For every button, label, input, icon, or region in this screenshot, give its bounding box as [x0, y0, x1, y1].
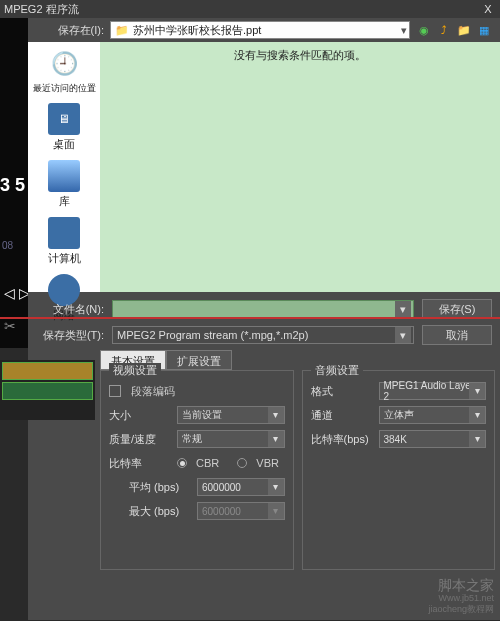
- titlebar: MPEG2 程序流 X: [0, 0, 500, 18]
- avg-bitrate-field[interactable]: 6000000▾: [197, 478, 285, 496]
- recent-icon: 🕘: [48, 48, 80, 80]
- timeline-tracks: [0, 360, 95, 420]
- max-bitrate-label: 最大 (bps): [129, 504, 191, 519]
- video-settings-group: 视频设置 段落编码 大小 当前设置▾ 质量/速度 常规▾ 比特率 CBR VBR…: [100, 370, 294, 570]
- avg-bitrate-label: 平均 (bps): [129, 480, 191, 495]
- filename-input[interactable]: ▾: [112, 300, 414, 318]
- back-icon[interactable]: ◉: [416, 22, 432, 38]
- max-bitrate-field: 6000000▾: [197, 502, 285, 520]
- dialog-toolbar: ◉ ⤴ 📁 ▦: [416, 22, 492, 38]
- quality-label: 质量/速度: [109, 432, 171, 447]
- place-library[interactable]: 库: [48, 160, 80, 209]
- audio-track[interactable]: [2, 382, 93, 400]
- bitrate-label: 比特率: [109, 456, 171, 471]
- cancel-button[interactable]: 取消: [422, 325, 492, 345]
- save-dialog: 保存在(I): 📁 苏州中学张昕校长报告.ppt ▾ ◉ ⤴ 📁 ▦ 🕘 最近访…: [28, 18, 500, 352]
- video-group-title: 视频设置: [109, 363, 161, 378]
- library-icon: [48, 160, 80, 192]
- place-computer[interactable]: 计算机: [48, 217, 81, 266]
- nav-arrows-icon[interactable]: ◁ ▷: [4, 285, 30, 301]
- save-in-label: 保存在(I):: [36, 23, 104, 38]
- view-icon[interactable]: ▦: [476, 22, 492, 38]
- file-list-area: 没有与搜索条件匹配的项。: [100, 42, 500, 292]
- timeline-time: 08: [2, 240, 13, 251]
- place-recent[interactable]: 🕘 最近访问的位置: [33, 48, 96, 95]
- vbr-radio[interactable]: [237, 458, 247, 468]
- save-path-dropdown[interactable]: 📁 苏州中学张昕校长报告.ppt ▾: [110, 21, 410, 39]
- segment-encode-checkbox[interactable]: [109, 385, 121, 397]
- chevron-down-icon[interactable]: ▾: [395, 301, 411, 317]
- timeline-number: 3 5: [0, 175, 25, 196]
- scissors-icon[interactable]: ✂: [4, 318, 16, 334]
- size-label: 大小: [109, 408, 171, 423]
- filetype-dropdown[interactable]: MPEG2 Program stream (*.mpg,*.m2p) ▾: [112, 326, 414, 344]
- chevron-down-icon: ▾: [401, 24, 407, 37]
- place-desktop[interactable]: 🖥 桌面: [48, 103, 80, 152]
- chevron-down-icon[interactable]: ▾: [395, 327, 411, 343]
- audio-group-title: 音频设置: [311, 363, 363, 378]
- segment-encode-label: 段落编码: [131, 384, 175, 399]
- new-folder-icon[interactable]: 📁: [456, 22, 472, 38]
- highlight-line: [0, 317, 500, 319]
- folder-icon: 📁: [115, 24, 129, 37]
- watermark: 脚本之家 Www.jb51.net jiaocheng教程网: [428, 577, 494, 615]
- channel-label: 通道: [311, 408, 373, 423]
- format-label: 格式: [311, 384, 373, 399]
- format-dropdown[interactable]: MPEG1 Audio Layer-2▾: [379, 382, 487, 400]
- desktop-icon: 🖥: [48, 103, 80, 135]
- tab-extended[interactable]: 扩展设置: [166, 350, 232, 370]
- channel-dropdown[interactable]: 立体声▾: [379, 406, 487, 424]
- empty-message: 没有与搜索条件匹配的项。: [234, 49, 366, 61]
- cbr-radio[interactable]: [177, 458, 187, 468]
- computer-icon: [48, 217, 80, 249]
- save-path-text: 苏州中学张昕校长报告.ppt: [133, 23, 261, 38]
- window-title: MPEG2 程序流: [4, 2, 79, 17]
- video-track[interactable]: [2, 362, 93, 380]
- size-dropdown[interactable]: 当前设置▾: [177, 406, 285, 424]
- filename-label: 文件名(N):: [36, 302, 104, 317]
- quality-dropdown[interactable]: 常规▾: [177, 430, 285, 448]
- audio-bitrate-label: 比特率(bps): [311, 432, 373, 447]
- filetype-label: 保存类型(T):: [36, 328, 104, 343]
- places-sidebar: 🕘 最近访问的位置 🖥 桌面 库 计算机 网络: [28, 42, 100, 292]
- audio-bitrate-dropdown[interactable]: 384K▾: [379, 430, 487, 448]
- audio-settings-group: 音频设置 格式 MPEG1 Audio Layer-2▾ 通道 立体声▾ 比特率…: [302, 370, 496, 570]
- close-icon[interactable]: X: [480, 3, 496, 15]
- save-button[interactable]: 保存(S): [422, 299, 492, 319]
- up-icon[interactable]: ⤴: [436, 22, 452, 38]
